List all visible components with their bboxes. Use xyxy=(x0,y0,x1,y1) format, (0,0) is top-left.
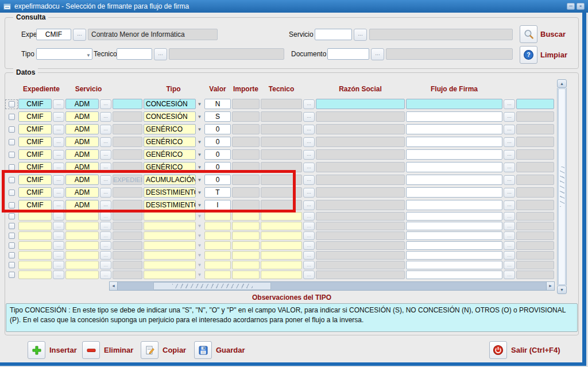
ellipsis-button[interactable]: ... xyxy=(53,163,64,172)
tipo-field[interactable]: ACUMULACIÓN xyxy=(144,175,196,185)
row-checkbox[interactable] xyxy=(9,114,15,120)
ellipsis-button[interactable]: ... xyxy=(303,175,315,185)
horizontal-scrollbar-thumb[interactable] xyxy=(153,282,271,290)
ellipsis-button[interactable]: ... xyxy=(303,99,315,109)
ellipsis-button[interactable]: ... xyxy=(100,112,111,122)
tipo-combobox[interactable]: DESISTIMIENTO ▼ xyxy=(144,187,203,198)
buscar-button[interactable] xyxy=(520,25,537,43)
dropdown-arrow-icon[interactable]: ▼ xyxy=(196,203,203,208)
valor-field[interactable] xyxy=(204,222,231,230)
row-checkbox[interactable] xyxy=(9,252,15,258)
ellipsis-button[interactable]: ... xyxy=(100,222,111,230)
tipo-combobox[interactable]: GENÉRICO ▼ xyxy=(144,149,203,160)
tecnico-input[interactable] xyxy=(117,48,152,60)
flujo-de-firma-field[interactable] xyxy=(406,99,502,109)
tipo-field[interactable] xyxy=(144,241,196,250)
valor-field[interactable]: S xyxy=(204,111,231,122)
flujo-de-firma-field[interactable] xyxy=(406,212,502,221)
tipo-combobox[interactable]: ▼ xyxy=(144,212,203,221)
dropdown-arrow-icon[interactable]: ▼ xyxy=(196,177,203,183)
ellipsis-button[interactable]: ... xyxy=(100,150,111,160)
row-checkbox[interactable] xyxy=(9,202,15,208)
servicio-field[interactable] xyxy=(65,271,99,279)
tipo-field[interactable]: GENÉRICO xyxy=(144,124,196,134)
valor-field[interactable] xyxy=(204,251,231,260)
ellipsis-button[interactable]: ... xyxy=(504,261,515,269)
expediente-field[interactable]: CMIF xyxy=(18,124,52,134)
ellipsis-button[interactable]: ... xyxy=(504,125,515,134)
ellipsis-button[interactable]: ... xyxy=(100,271,111,279)
salir-label[interactable]: Salir (Ctrl+F4) xyxy=(511,341,560,359)
dropdown-arrow-icon[interactable]: ▼ xyxy=(196,102,203,107)
flujo-de-firma-field[interactable] xyxy=(406,200,502,210)
row-checkbox[interactable] xyxy=(9,177,15,183)
eliminar-button[interactable] xyxy=(82,341,100,359)
expe-lookup-button[interactable]: ... xyxy=(73,29,86,41)
tipo-field[interactable] xyxy=(144,271,196,279)
flujo-de-firma-field[interactable] xyxy=(406,222,502,230)
ellipsis-button[interactable]: ... xyxy=(504,222,515,230)
expediente-field[interactable]: CMIF xyxy=(18,137,52,147)
expediente-field[interactable]: CMIF xyxy=(18,149,52,160)
limpiar-button[interactable]: ? xyxy=(520,46,537,64)
buscar-label[interactable]: Buscar xyxy=(540,30,566,38)
scroll-left-button[interactable]: ◄ xyxy=(109,281,118,291)
row-checkbox[interactable] xyxy=(9,126,15,133)
ellipsis-button[interactable]: ... xyxy=(504,241,515,250)
servicio-field[interactable]: ADM xyxy=(65,162,99,172)
row-checkbox[interactable] xyxy=(9,213,15,219)
ellipsis-button[interactable]: ... xyxy=(100,231,111,240)
ellipsis-button[interactable]: ... xyxy=(303,125,315,134)
valor-field[interactable] xyxy=(204,212,231,221)
row-checkbox[interactable] xyxy=(9,152,15,158)
ellipsis-button[interactable]: ... xyxy=(504,137,515,147)
expediente-field[interactable]: CMIF xyxy=(18,162,52,172)
flujo-de-firma-field[interactable] xyxy=(406,231,502,240)
ellipsis-button[interactable]: ... xyxy=(100,188,111,198)
expediente-field[interactable] xyxy=(18,251,52,260)
ellipsis-button[interactable]: ... xyxy=(303,251,315,260)
valor-field[interactable]: 0 xyxy=(204,137,231,147)
tipo-field[interactable]: DESISTIMIENTO xyxy=(144,187,196,198)
ellipsis-button[interactable]: ... xyxy=(53,261,64,269)
ellipsis-button[interactable]: ... xyxy=(100,241,111,250)
ellipsis-button[interactable]: ... xyxy=(53,251,64,260)
flujo-de-firma-field[interactable] xyxy=(406,111,502,122)
row-checkbox[interactable] xyxy=(9,101,15,107)
ellipsis-button[interactable]: ... xyxy=(53,99,64,109)
vertical-scrollbar-track[interactable] xyxy=(557,88,567,285)
row-checkbox[interactable] xyxy=(9,272,15,278)
valor-field[interactable] xyxy=(204,241,231,250)
tipo-combobox[interactable]: ▼ xyxy=(144,231,203,240)
flujo-de-firma-field[interactable] xyxy=(406,261,502,269)
dropdown-arrow-icon[interactable]: ▼ xyxy=(196,165,203,170)
ellipsis-button[interactable]: ... xyxy=(53,222,64,230)
ellipsis-button[interactable]: ... xyxy=(504,112,515,122)
ellipsis-button[interactable]: ... xyxy=(303,188,315,198)
row-checkbox[interactable] xyxy=(9,190,15,196)
dropdown-arrow-icon[interactable]: ▼ xyxy=(196,253,203,258)
ellipsis-button[interactable]: ... xyxy=(100,261,111,269)
ellipsis-button[interactable]: ... xyxy=(303,271,315,279)
tipo-field[interactable]: DESISTIMIENTO xyxy=(144,200,196,210)
documento-lookup-button[interactable]: ... xyxy=(371,48,384,60)
window-titlebar[interactable]: expefirmadocu - Selección de firmante pa… xyxy=(0,0,588,13)
ellipsis-button[interactable]: ... xyxy=(100,125,111,134)
tipo-field[interactable]: GENÉRICO xyxy=(144,137,196,147)
tipo-dropdown-arrow-icon[interactable]: ▼ xyxy=(86,51,91,60)
row-checkbox[interactable] xyxy=(9,139,15,145)
ellipsis-button[interactable]: ... xyxy=(53,271,64,279)
horizontal-scrollbar[interactable]: ◄ ► xyxy=(109,281,555,291)
tecnico-lookup-button[interactable]: ... xyxy=(154,48,167,60)
expe-input[interactable]: CMIF xyxy=(36,29,71,40)
tipo-select[interactable]: ▼ xyxy=(36,48,92,60)
expediente-field[interactable]: CMIF xyxy=(18,200,52,210)
servicio-field[interactable] xyxy=(65,261,99,269)
tipo-combobox[interactable]: DESISTIMIENTO ▼ xyxy=(144,200,203,210)
row-checkbox[interactable] xyxy=(9,242,15,249)
ellipsis-button[interactable]: ... xyxy=(53,212,64,221)
ellipsis-button[interactable]: ... xyxy=(504,175,515,185)
ellipsis-button[interactable]: ... xyxy=(100,163,111,172)
ellipsis-button[interactable]: ... xyxy=(504,99,515,109)
tipo-field[interactable] xyxy=(144,212,196,221)
